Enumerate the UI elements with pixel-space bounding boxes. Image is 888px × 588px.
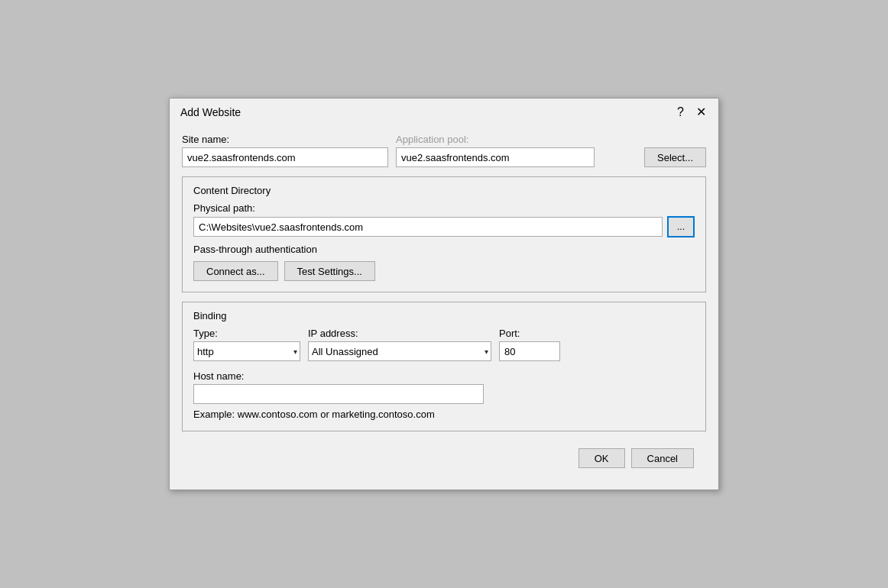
site-name-label: Site name: [182,134,388,145]
ip-field-group: IP address: All Unassigned ▾ [308,328,491,361]
physical-path-input[interactable] [193,217,663,237]
ok-button[interactable]: OK [578,448,625,468]
cancel-button[interactable]: Cancel [631,448,694,468]
dialog-body: Site name: Application pool: Select... C… [170,124,718,489]
host-name-input[interactable] [193,384,484,404]
content-directory-section: Content Directory Physical path: ... Pas… [182,176,706,292]
app-pool-group: Application pool: [396,134,637,167]
binding-section: Binding Type: http https ▾ IP address: [182,302,706,431]
pass-through-label: Pass-through authentication [193,244,695,255]
dialog-title: Add Website [180,106,241,118]
type-select-wrapper: http https ▾ [193,341,300,361]
type-select[interactable]: http https [193,341,300,361]
test-settings-button[interactable]: Test Settings... [284,261,375,281]
host-name-field-group: Host name: [193,370,695,404]
type-field-group: Type: http https ▾ [193,328,300,361]
example-text: Example: www.contoso.com or marketing.co… [193,409,435,420]
physical-path-row: ... [193,216,695,237]
binding-title: Binding [193,310,695,321]
title-bar: Add Website ? ✕ [170,99,718,124]
title-bar-controls: ? ✕ [676,106,708,118]
content-directory-title: Content Directory [193,185,695,196]
app-pool-label: Application pool: [396,134,637,145]
ip-label: IP address: [308,328,491,339]
binding-row: Type: http https ▾ IP address: All Unass… [193,328,695,361]
select-button[interactable]: Select... [644,147,706,167]
footer-buttons: OK Cancel [182,441,706,477]
physical-path-label: Physical path: [193,202,695,214]
close-button[interactable]: ✕ [695,106,708,118]
port-label: Port: [499,328,560,339]
add-website-dialog: Add Website ? ✕ Site name: Application p… [169,98,719,490]
help-button[interactable]: ? [676,106,685,118]
site-name-input[interactable] [182,147,388,167]
ip-select-wrapper: All Unassigned ▾ [308,341,491,361]
port-field-group: Port: [499,328,560,361]
auth-buttons: Connect as... Test Settings... [193,261,695,281]
browse-button[interactable]: ... [667,216,695,237]
type-label: Type: [193,328,300,339]
ip-select[interactable]: All Unassigned [308,341,491,361]
connect-as-button[interactable]: Connect as... [193,261,278,281]
top-fields-row: Site name: Application pool: Select... [182,134,706,167]
site-name-group: Site name: [182,134,388,167]
port-input[interactable] [499,341,560,361]
app-pool-input[interactable] [396,147,595,167]
host-name-label: Host name: [193,370,695,382]
